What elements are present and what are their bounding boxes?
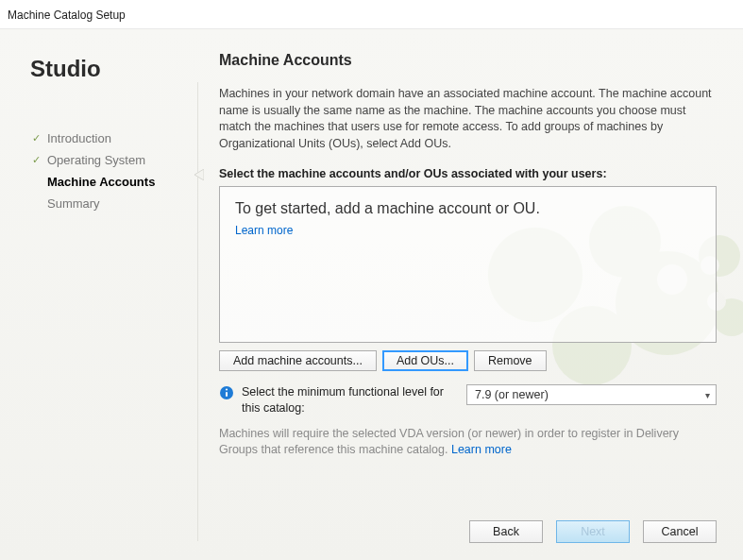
dialog-window: Machine Catalog Setup Studio [0,0,743,560]
step-introduction[interactable]: ✓ Introduction [30,127,181,149]
functional-level-select[interactable]: 7.9 (or newer) ▾ [466,384,717,405]
add-ous-button[interactable]: Add OUs... [382,350,468,371]
titlebar: Machine Catalog Setup [0,0,743,28]
step-operating-system[interactable]: ✓ Operating System [30,149,181,171]
step-machine-accounts[interactable]: ✓ Machine Accounts [30,171,181,193]
back-button[interactable]: Back [469,520,543,543]
step-summary[interactable]: ✓ Summary [30,193,181,214]
step-label: Operating System [47,153,145,167]
step-label: Machine Accounts [47,175,155,189]
step-label: Introduction [47,131,111,145]
wizard-steps: ✓ Introduction ✓ Operating System ✓ Mach… [30,127,181,214]
intro-text: Machines in your network domain have an … [219,86,717,152]
vda-note: Machines will require the selected VDA v… [219,426,717,459]
wizard-sidebar: Studio ✓ Introduction ✓ Operating System… [0,29,198,560]
empty-state-text: To get started, add a machine account or… [235,200,701,217]
dialog-body: Studio ✓ Introduction ✓ Operating System… [0,28,743,560]
check-icon: ✓ [30,155,42,166]
wizard-main: Machine Accounts Machines in your networ… [198,29,743,560]
step-label: Summary [47,196,100,211]
remove-button[interactable]: Remove [474,350,547,371]
info-icon [219,385,234,400]
cancel-button[interactable]: Cancel [643,520,717,543]
select-label: Select the machine accounts and/or OUs a… [219,167,717,180]
svg-rect-12 [226,392,228,397]
page-title: Machine Accounts [219,52,717,69]
window-title: Machine Catalog Setup [8,8,126,22]
next-button[interactable]: Next [556,520,630,543]
brand-title: Studio [30,56,181,82]
note-learn-more-link[interactable]: Learn more [451,443,512,456]
note-text: Machines will require the selected VDA v… [219,427,679,457]
wizard-footer: Back Next Cancel [219,509,717,543]
accounts-listbox: To get started, add a machine account or… [219,186,717,343]
add-machine-accounts-button[interactable]: Add machine accounts... [219,350,377,371]
svg-point-13 [226,388,228,390]
select-value: 7.9 (or newer) [475,388,549,401]
learn-more-link[interactable]: Learn more [235,224,293,237]
functional-level-label: Select the minimum functional level for … [242,384,459,416]
functional-level-row: Select the minimum functional level for … [219,384,717,416]
list-actions: Add machine accounts... Add OUs... Remov… [219,350,717,371]
check-icon: ✓ [30,133,42,144]
chevron-down-icon: ▾ [705,390,710,400]
